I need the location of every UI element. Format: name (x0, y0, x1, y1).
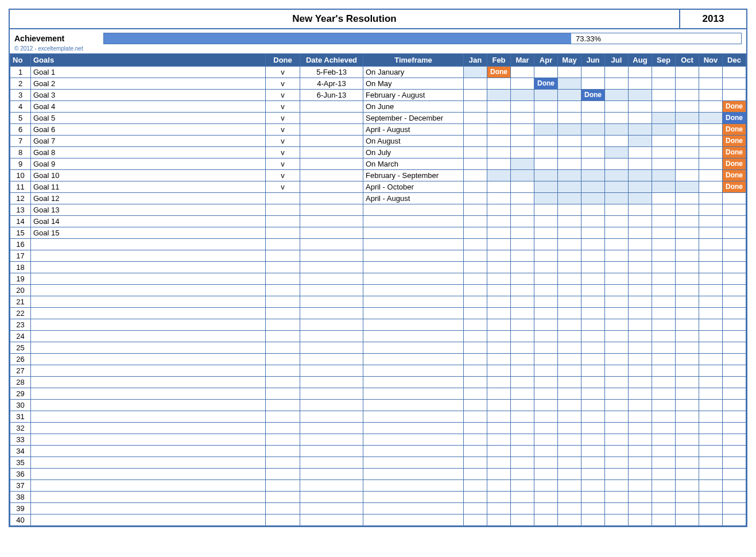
cell-timeframe[interactable]: On March (363, 158, 464, 170)
cell-month[interactable] (723, 503, 746, 515)
cell-month[interactable] (581, 434, 605, 446)
cell-month[interactable] (558, 319, 581, 331)
cell-month[interactable] (511, 457, 534, 469)
cell-month[interactable] (487, 181, 511, 193)
cell-month[interactable] (629, 158, 652, 170)
cell-no[interactable]: 39 (10, 503, 31, 515)
cell-done[interactable]: v (266, 170, 300, 181)
cell-timeframe[interactable] (363, 457, 464, 469)
cell-month[interactable] (487, 469, 511, 480)
cell-month[interactable] (511, 90, 534, 101)
cell-month[interactable] (464, 170, 487, 181)
cell-month[interactable] (534, 136, 558, 147)
cell-month[interactable] (464, 90, 487, 101)
cell-month[interactable] (699, 503, 723, 515)
cell-month[interactable] (534, 216, 558, 227)
cell-month[interactable] (487, 158, 511, 170)
cell-month[interactable] (558, 411, 581, 423)
cell-date-achieved[interactable] (300, 377, 363, 388)
cell-month[interactable] (558, 158, 581, 170)
cell-month[interactable] (511, 216, 534, 227)
cell-month[interactable] (487, 285, 511, 296)
cell-month[interactable] (699, 181, 723, 193)
cell-month[interactable] (534, 388, 558, 400)
cell-date-achieved[interactable] (300, 319, 363, 331)
cell-month[interactable] (605, 193, 629, 204)
cell-month[interactable] (629, 434, 652, 446)
cell-month[interactable] (652, 136, 676, 147)
cell-month[interactable] (676, 67, 699, 78)
cell-done[interactable] (266, 342, 300, 354)
cell-month[interactable] (464, 124, 487, 136)
cell-month[interactable] (487, 136, 511, 147)
cell-month[interactable] (723, 434, 746, 446)
cell-month[interactable] (652, 469, 676, 480)
cell-timeframe[interactable] (363, 342, 464, 354)
cell-goal[interactable] (31, 354, 266, 365)
cell-month[interactable] (558, 457, 581, 469)
cell-month[interactable] (652, 90, 676, 101)
cell-month[interactable] (558, 285, 581, 296)
cell-month[interactable] (534, 124, 558, 136)
cell-month[interactable] (699, 377, 723, 388)
cell-date-achieved[interactable] (300, 124, 363, 136)
cell-month[interactable] (558, 296, 581, 308)
cell-month[interactable] (652, 377, 676, 388)
cell-no[interactable]: 12 (10, 193, 31, 204)
cell-month[interactable] (699, 365, 723, 377)
cell-month[interactable] (534, 400, 558, 411)
cell-timeframe[interactable]: On May (363, 78, 464, 90)
cell-no[interactable]: 20 (10, 285, 31, 296)
cell-month[interactable]: Done (723, 158, 746, 170)
cell-month[interactable] (723, 446, 746, 457)
cell-month[interactable] (652, 503, 676, 515)
cell-month[interactable] (652, 181, 676, 193)
cell-month[interactable] (629, 377, 652, 388)
cell-month[interactable] (676, 216, 699, 227)
cell-month[interactable] (581, 446, 605, 457)
cell-month[interactable] (581, 158, 605, 170)
cell-month[interactable] (534, 423, 558, 434)
cell-month[interactable] (652, 492, 676, 503)
cell-month[interactable] (464, 411, 487, 423)
cell-timeframe[interactable] (363, 319, 464, 331)
cell-month[interactable] (605, 273, 629, 285)
cell-month[interactable] (676, 388, 699, 400)
cell-timeframe[interactable] (363, 308, 464, 319)
cell-month[interactable] (629, 492, 652, 503)
cell-month[interactable] (558, 78, 581, 90)
cell-month[interactable] (464, 78, 487, 90)
cell-month[interactable] (558, 124, 581, 136)
cell-timeframe[interactable]: April - August (363, 193, 464, 204)
cell-no[interactable]: 11 (10, 181, 31, 193)
cell-goal[interactable] (31, 365, 266, 377)
cell-done[interactable] (266, 331, 300, 342)
cell-no[interactable]: 13 (10, 204, 31, 216)
cell-goal[interactable] (31, 331, 266, 342)
cell-goal[interactable] (31, 411, 266, 423)
cell-month[interactable] (676, 101, 699, 113)
cell-no[interactable]: 3 (10, 90, 31, 101)
cell-goal[interactable] (31, 285, 266, 296)
cell-timeframe[interactable] (363, 446, 464, 457)
cell-month[interactable] (629, 124, 652, 136)
cell-no[interactable]: 27 (10, 365, 31, 377)
cell-month[interactable] (581, 411, 605, 423)
cell-goal[interactable]: Goal 9 (31, 158, 266, 170)
cell-month[interactable] (723, 492, 746, 503)
cell-month[interactable] (605, 434, 629, 446)
cell-month[interactable] (534, 480, 558, 492)
cell-month[interactable] (534, 90, 558, 101)
cell-month[interactable] (629, 515, 652, 526)
cell-month[interactable] (581, 503, 605, 515)
cell-goal[interactable] (31, 400, 266, 411)
cell-month[interactable] (605, 469, 629, 480)
cell-date-achieved[interactable] (300, 446, 363, 457)
cell-month[interactable] (676, 492, 699, 503)
cell-month[interactable] (464, 331, 487, 342)
cell-month[interactable] (629, 319, 652, 331)
cell-no[interactable]: 4 (10, 101, 31, 113)
cell-month[interactable] (629, 113, 652, 124)
cell-no[interactable]: 23 (10, 319, 31, 331)
cell-month[interactable] (534, 239, 558, 250)
